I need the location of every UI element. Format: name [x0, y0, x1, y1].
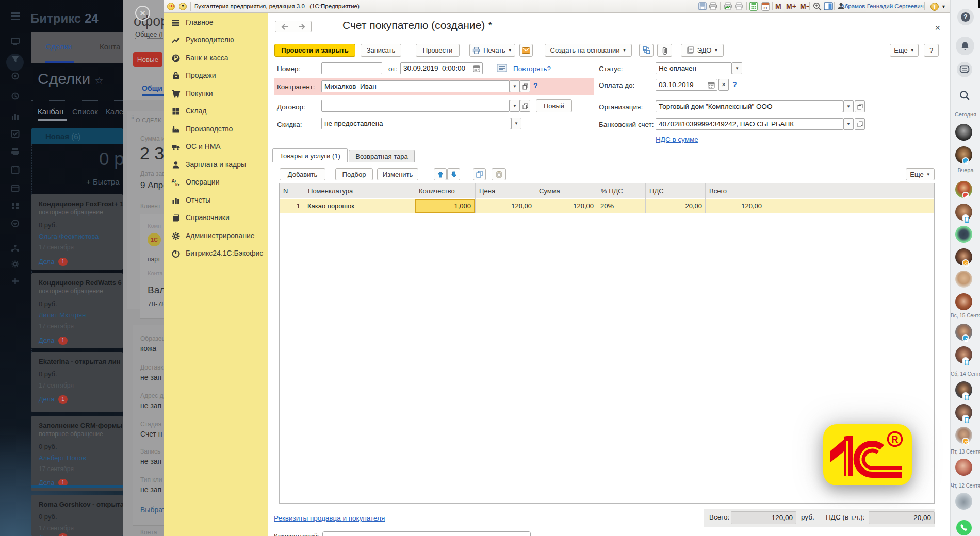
svg-text:31: 31	[763, 6, 768, 10]
svg-text:R: R	[892, 434, 899, 445]
svg-text:1: 1	[14, 169, 17, 173]
svg-text:Кт: Кт	[175, 182, 180, 187]
